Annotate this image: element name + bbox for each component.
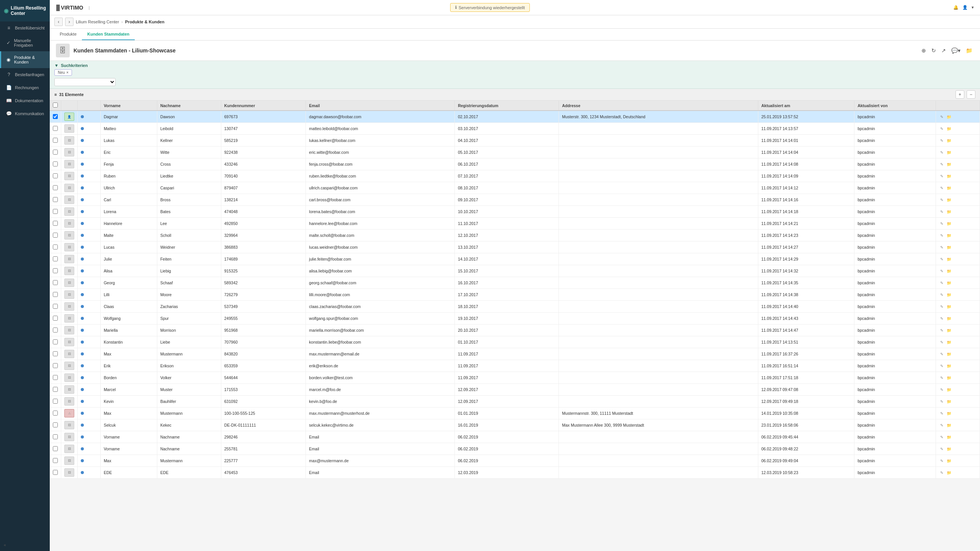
row-checkbox[interactable] — [53, 339, 58, 344]
row-folder-btn[interactable]: 📁 — [946, 423, 952, 428]
row-folder-btn[interactable]: 📁 — [946, 352, 952, 357]
row-folder-btn[interactable]: 📁 — [946, 209, 952, 214]
row-edit-btn[interactable]: ✎ — [939, 150, 944, 155]
row-folder-btn[interactable]: 📁 — [946, 447, 952, 452]
row-avatar[interactable]: 🖼 — [64, 279, 74, 287]
folder-btn[interactable]: 📁 — [964, 46, 974, 55]
row-checkbox[interactable] — [53, 197, 58, 202]
row-checkbox[interactable] — [53, 470, 58, 475]
row-folder-btn[interactable]: 📁 — [946, 245, 952, 250]
row-folder-btn[interactable]: 📁 — [946, 470, 952, 475]
row-checkbox[interactable] — [53, 292, 58, 297]
row-checkbox[interactable] — [53, 114, 58, 119]
sidebar-item-rechnungen[interactable]: 📄Rechnungen — [0, 81, 50, 94]
row-avatar[interactable]: 🖼 — [64, 219, 74, 228]
tab-kunden-stammdaten[interactable]: Kunden Stammdaten — [82, 29, 135, 40]
row-checkbox[interactable] — [53, 304, 58, 309]
row-avatar[interactable]: 🖼 — [64, 397, 74, 406]
row-avatar[interactable]: 🖼 — [64, 243, 74, 251]
row-edit-btn[interactable]: ✎ — [939, 375, 944, 380]
row-avatar[interactable]: 🖼 — [64, 433, 74, 441]
row-folder-btn[interactable]: 📁 — [946, 174, 952, 179]
row-avatar[interactable]: 🖼 — [64, 196, 74, 204]
breadcrumb-back-btn[interactable]: ‹ — [54, 18, 63, 26]
row-checkbox[interactable] — [53, 185, 58, 190]
row-avatar[interactable]: 🖼 — [64, 267, 74, 275]
row-folder-btn[interactable]: 📁 — [946, 364, 952, 368]
row-avatar[interactable]: 🖼 — [64, 421, 74, 429]
row-edit-btn[interactable]: ✎ — [939, 364, 944, 368]
row-folder-btn[interactable]: 📁 — [946, 150, 952, 155]
row-checkbox[interactable] — [53, 411, 58, 416]
col-aktualisiert-von[interactable]: Aktualisiert von — [854, 101, 936, 111]
row-edit-btn[interactable]: ✎ — [939, 447, 944, 452]
row-avatar[interactable]: ⚠ — [64, 409, 74, 417]
sidebar-item-kommunikation[interactable]: 💬Kommunikation — [0, 107, 50, 120]
row-folder-btn[interactable]: 📁 — [946, 399, 952, 404]
row-edit-btn[interactable]: ✎ — [939, 186, 944, 191]
row-checkbox[interactable] — [53, 268, 58, 273]
row-folder-btn[interactable]: 📁 — [946, 340, 952, 345]
row-edit-btn[interactable]: ✎ — [939, 162, 944, 167]
row-checkbox[interactable] — [53, 209, 58, 214]
row-edit-btn[interactable]: ✎ — [939, 458, 944, 463]
toolbar-add-btn[interactable]: + — [956, 90, 964, 99]
row-checkbox[interactable] — [53, 138, 58, 143]
sidebar-collapse-btn[interactable]: « — [0, 539, 50, 551]
row-avatar[interactable]: 🖼 — [64, 184, 74, 192]
row-checkbox[interactable] — [53, 316, 58, 321]
row-avatar[interactable]: 🖼 — [64, 172, 74, 180]
row-edit-btn[interactable]: ✎ — [939, 280, 944, 285]
row-checkbox[interactable] — [53, 245, 58, 249]
row-avatar[interactable]: 🖼 — [64, 456, 74, 465]
row-folder-btn[interactable]: 📁 — [946, 126, 952, 131]
row-checkbox[interactable] — [53, 233, 58, 238]
filter-select[interactable] — [54, 78, 116, 86]
row-edit-btn[interactable]: ✎ — [939, 304, 944, 309]
toolbar-remove-btn[interactable]: − — [967, 90, 975, 99]
row-avatar[interactable]: 🖼 — [64, 468, 74, 477]
row-folder-btn[interactable]: 📁 — [946, 375, 952, 380]
row-edit-btn[interactable]: ✎ — [939, 126, 944, 131]
row-edit-btn[interactable]: ✎ — [939, 399, 944, 404]
row-folder-btn[interactable]: 📁 — [946, 257, 952, 262]
sidebar-item-produkte-kunden[interactable]: ◉Produkte & Kunden — [0, 51, 50, 68]
row-folder-btn[interactable]: 📁 — [946, 269, 952, 274]
row-edit-btn[interactable]: ✎ — [939, 174, 944, 179]
select-all-checkbox[interactable] — [53, 103, 58, 108]
col-registrierungsdatum[interactable]: Registrierungsdatum — [455, 101, 559, 111]
sidebar-item-manuelle-freigaben[interactable]: ✓Manuelle Freigaben — [0, 34, 50, 51]
row-edit-btn[interactable]: ✎ — [939, 411, 944, 416]
sidebar-item-bestellubersicht[interactable]: ≡Bestellübersicht — [0, 21, 50, 34]
row-folder-btn[interactable]: 📁 — [946, 233, 952, 238]
row-folder-btn[interactable]: 📁 — [946, 138, 952, 143]
row-folder-btn[interactable]: 📁 — [946, 316, 952, 321]
row-avatar[interactable]: 👤 — [64, 112, 74, 121]
row-folder-btn[interactable]: 📁 — [946, 411, 952, 416]
row-avatar[interactable]: 🖼 — [64, 124, 74, 133]
row-avatar[interactable]: 🖼 — [64, 362, 74, 370]
row-edit-btn[interactable]: ✎ — [939, 292, 944, 297]
row-avatar[interactable]: 🖼 — [64, 207, 74, 216]
col-adresse[interactable]: Addresse — [559, 101, 758, 111]
row-edit-btn[interactable]: ✎ — [939, 435, 944, 440]
row-checkbox[interactable] — [53, 446, 58, 451]
row-checkbox[interactable] — [53, 280, 58, 285]
row-checkbox[interactable] — [53, 399, 58, 404]
row-checkbox[interactable] — [53, 256, 58, 261]
row-folder-btn[interactable]: 📁 — [946, 292, 952, 297]
row-edit-btn[interactable]: ✎ — [939, 316, 944, 321]
row-avatar[interactable]: 🖼 — [64, 160, 74, 168]
row-avatar[interactable]: 🖼 — [64, 445, 74, 453]
row-edit-btn[interactable]: ✎ — [939, 138, 944, 143]
row-folder-btn[interactable]: 📁 — [946, 280, 952, 285]
row-avatar[interactable]: 🖼 — [64, 136, 74, 145]
row-avatar[interactable]: 🖼 — [64, 255, 74, 263]
refresh-btn[interactable]: ↻ — [930, 46, 938, 55]
breadcrumb-forward-btn[interactable]: › — [65, 18, 74, 26]
row-edit-btn[interactable]: ✎ — [939, 209, 944, 214]
col-email[interactable]: Email — [306, 101, 455, 111]
breadcrumb-home[interactable]: Lilium Reselling Center — [76, 20, 119, 24]
row-avatar[interactable]: 🖼 — [64, 326, 74, 334]
row-folder-btn[interactable]: 📁 — [946, 221, 952, 226]
